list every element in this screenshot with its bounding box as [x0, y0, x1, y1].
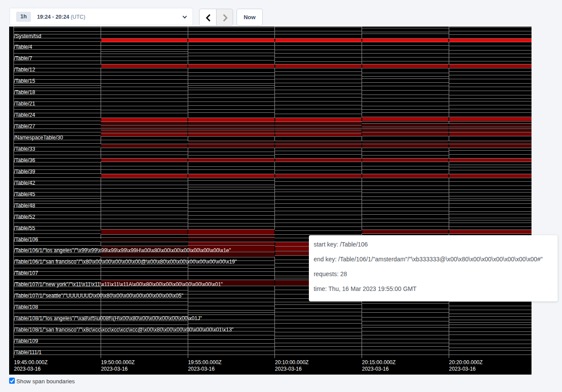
svg-text:/Table/108/1/"san francisco"/": /Table/108/1/"san francisco"/"\x8c\xcc\x… — [14, 327, 234, 333]
svg-text:19:45:00.000Z: 19:45:00.000Z — [14, 359, 47, 365]
svg-text:/Table/33: /Table/33 — [14, 146, 35, 152]
svg-text:2023-03-16: 2023-03-16 — [275, 366, 302, 372]
svg-text:20:15:00.000Z: 20:15:00.000Z — [362, 359, 396, 365]
svg-text:/Table/107/1/"seattle"/"UUUUUU: /Table/107/1/"seattle"/"UUUUUUD\x00\x80\… — [14, 293, 183, 299]
svg-text:2023-03-16: 2023-03-16 — [362, 366, 389, 372]
svg-text:/Table/24: /Table/24 — [14, 112, 35, 118]
svg-text:/Table/42: /Table/42 — [14, 180, 35, 186]
svg-text:/Table/106/1/"los angeles"/"\x: /Table/106/1/"los angeles"/"\x99\x99\x99… — [14, 247, 231, 253]
svg-text:2023-03-16: 2023-03-16 — [188, 366, 215, 372]
svg-text:/Table/52: /Table/52 — [14, 214, 35, 220]
svg-text:/Table/106: /Table/106 — [14, 237, 38, 243]
svg-text:19:55:00.000Z: 19:55:00.000Z — [188, 359, 221, 365]
svg-text:20:10:00.000Z: 20:10:00.000Z — [275, 359, 308, 365]
svg-text:/Table/107: /Table/107 — [14, 270, 38, 276]
svg-text:/Table/36: /Table/36 — [14, 157, 35, 163]
svg-text:/Table/15: /Table/15 — [14, 78, 35, 84]
svg-text:/Table/12: /Table/12 — [14, 67, 35, 73]
svg-text:/Table/39: /Table/39 — [14, 169, 35, 175]
svg-text:/Table/108/1/"los angeles"/"\x: /Table/108/1/"los angeles"/"\xa8\xf5\u00… — [14, 315, 202, 321]
svg-text:2023-03-16: 2023-03-16 — [101, 366, 128, 372]
svg-text:/Table/55: /Table/55 — [14, 225, 35, 231]
svg-text:/Table/107/1/"new york"/"\x11\: /Table/107/1/"new york"/"\x11\x11\x11\x1… — [14, 281, 223, 287]
svg-text:2023-03-16: 2023-03-16 — [14, 366, 41, 372]
svg-text:19:50:00.000Z: 19:50:00.000Z — [101, 359, 135, 365]
svg-text:20:20:00.000Z: 20:20:00.000Z — [449, 359, 482, 365]
svg-text:/Table/111/1: /Table/111/1 — [14, 349, 42, 355]
svg-text:/Table/4: /Table/4 — [14, 44, 32, 50]
svg-text:/Table/108: /Table/108 — [14, 304, 38, 310]
svg-text:/Table/48: /Table/48 — [14, 203, 35, 209]
svg-text:/NamespaceTable/30: /NamespaceTable/30 — [14, 135, 63, 141]
svg-text:/Table/27: /Table/27 — [14, 123, 35, 129]
svg-text:/Table/106/1/"san francisco"/": /Table/106/1/"san francisco"/"\x80\x00\x… — [14, 259, 237, 265]
svg-text:/Table/18: /Table/18 — [14, 89, 35, 95]
svg-text:/Table/45: /Table/45 — [14, 191, 35, 197]
svg-text:/System/tsd: /System/tsd — [14, 33, 41, 39]
svg-text:2023-03-16: 2023-03-16 — [449, 366, 476, 372]
svg-text:/Table/7: /Table/7 — [14, 55, 32, 61]
svg-text:/Table/21: /Table/21 — [14, 101, 35, 107]
svg-text:/Table/109: /Table/109 — [14, 338, 38, 344]
